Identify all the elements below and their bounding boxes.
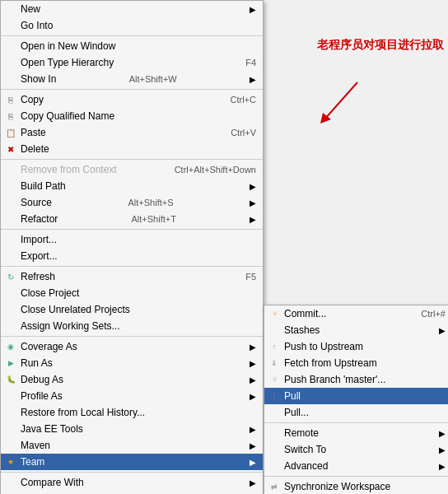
menu-item-remote[interactable]: Remote▶ xyxy=(264,425,448,441)
source-shortcut: Alt+Shift+S xyxy=(111,198,173,207)
show-in-label: Show In xyxy=(21,73,56,85)
team-icon: ★ xyxy=(4,455,17,468)
annotation-arrow xyxy=(308,78,374,128)
coverage-label: Coverage As xyxy=(21,341,77,352)
build-path-label: Build Path xyxy=(21,180,66,192)
debug-as-arrow: ▶ xyxy=(233,375,256,384)
paste-label: Paste xyxy=(21,127,46,138)
open-new-window-label: Open in New Window xyxy=(21,40,115,52)
separator-19 xyxy=(1,266,263,267)
stashes-arrow: ▶ xyxy=(422,326,446,335)
push-upstream-icon: ↑ xyxy=(268,340,281,353)
submenu: ⑂Commit...Ctrl+#Stashes▶↑Push to Upstrea… xyxy=(264,305,448,494)
menu-item-delete[interactable]: ✖Delete xyxy=(1,141,263,157)
menu-item-source[interactable]: SourceAlt+Shift+S▶ xyxy=(1,194,263,211)
java-ee-tools-label: Java EE Tools xyxy=(21,423,83,435)
fetch-upstream-icon: ⇓ xyxy=(268,357,281,370)
copy-qualified-icon: ⎘ xyxy=(4,110,17,123)
new-arrow: ▶ xyxy=(233,5,256,14)
menu-item-maven[interactable]: Maven▶ xyxy=(1,437,263,454)
pull-dots-label: Pull... xyxy=(284,407,309,418)
pull-icon: ↓ xyxy=(268,389,281,403)
remote-label: Remote xyxy=(284,427,319,439)
pull-label: Pull xyxy=(284,390,301,402)
menu-item-show-in[interactable]: Show InAlt+Shift+W▶ xyxy=(1,71,263,87)
menu-item-export[interactable]: Export... xyxy=(1,248,263,264)
commit-label: Commit... xyxy=(284,308,326,319)
menu-item-open-type-hierarchy[interactable]: Open Type HierarchyF4 xyxy=(1,54,263,71)
menu-item-replace-with[interactable]: Replace With▶ xyxy=(1,491,263,494)
menu-item-go-into[interactable]: Go Into xyxy=(1,17,263,34)
push-branch-icon: ⑂ xyxy=(268,373,281,386)
copy-icon: ⎘ xyxy=(4,93,17,106)
go-into-label: Go Into xyxy=(21,20,53,31)
context-menu: New▶Go IntoOpen in New WindowOpen Type H… xyxy=(0,0,264,494)
coverage-icon: ◉ xyxy=(4,340,17,353)
copy-qualified-label: Copy Qualified Name xyxy=(21,110,114,122)
menu-item-java-ee-tools[interactable]: Java EE Tools▶ xyxy=(1,421,263,437)
menu-item-stashes[interactable]: Stashes▶ xyxy=(264,322,448,338)
menu-item-refresh[interactable]: ↻RefreshF5 xyxy=(1,268,263,285)
debug-as-icon: 🐛 xyxy=(4,373,17,386)
menu-item-copy[interactable]: ⎘CopyCtrl+C xyxy=(1,91,263,108)
debug-as-label: Debug As xyxy=(21,374,63,385)
profile-as-arrow: ▶ xyxy=(233,392,256,401)
menu-item-switch-to[interactable]: Switch To▶ xyxy=(264,441,448,458)
close-project-label: Close Project xyxy=(21,287,79,299)
menu-item-refactor[interactable]: RefactorAlt+Shift+T▶ xyxy=(1,211,263,227)
menu-item-close-unrelated[interactable]: Close Unrelated Projects xyxy=(1,301,263,318)
advanced-label: Advanced xyxy=(284,460,328,472)
run-as-label: Run As xyxy=(21,357,53,369)
import-label: Import... xyxy=(21,234,57,245)
separator-24 xyxy=(1,336,263,337)
source-label: Source xyxy=(21,197,52,208)
build-path-arrow: ▶ xyxy=(233,182,256,191)
profile-as-label: Profile As xyxy=(21,390,63,402)
assign-working-label: Assign Working Sets... xyxy=(21,320,120,332)
menu-item-remove-context: Remove from ContextCtrl+Alt+Shift+Down xyxy=(1,161,263,178)
menu-item-sync-workspace[interactable]: ⇄Synchronize Workspace xyxy=(264,478,448,494)
menu-item-pull[interactable]: ↓Pull xyxy=(264,388,448,404)
separator-7 xyxy=(264,422,448,423)
menu-item-assign-working[interactable]: Assign Working Sets... xyxy=(1,318,263,334)
run-as-icon: ▶ xyxy=(4,357,17,370)
stashes-label: Stashes xyxy=(284,324,320,336)
refactor-shortcut: Alt+Shift+T xyxy=(114,214,175,224)
menu-item-team[interactable]: ★Team▶ xyxy=(1,454,263,470)
menu-item-paste[interactable]: 📋PasteCtrl+V xyxy=(1,124,263,141)
open-type-hierarchy-shortcut: F4 xyxy=(229,58,256,68)
menu-item-open-new-window[interactable]: Open in New Window xyxy=(1,38,263,54)
fetch-upstream-label: Fetch from Upstream xyxy=(284,357,377,369)
menu-item-fetch-upstream[interactable]: ⇓Fetch from Upstream xyxy=(264,355,448,371)
menu-item-new[interactable]: New▶ xyxy=(1,1,263,17)
remote-arrow: ▶ xyxy=(422,429,446,438)
menu-item-compare-with[interactable]: Compare With▶ xyxy=(1,474,263,491)
remove-context-label: Remove from Context xyxy=(21,164,117,175)
menu-item-push-branch[interactable]: ⑂Push Branch 'master'... xyxy=(264,371,448,388)
push-branch-label: Push Branch 'master'... xyxy=(284,374,385,385)
refresh-icon: ↻ xyxy=(4,270,17,283)
menu-item-coverage[interactable]: ◉Coverage As▶ xyxy=(1,338,263,355)
menu-item-advanced[interactable]: Advanced▶ xyxy=(264,458,448,474)
menu-item-restore-local[interactable]: Restore from Local History... xyxy=(1,404,263,421)
compare-with-arrow: ▶ xyxy=(233,478,256,487)
menu-item-push-upstream[interactable]: ↑Push to Upstream xyxy=(264,338,448,355)
new-label: New xyxy=(21,3,40,15)
menu-item-commit[interactable]: ⑂Commit...Ctrl+# xyxy=(264,305,448,322)
menu-item-debug-as[interactable]: 🐛Debug As▶ xyxy=(1,371,263,388)
switch-to-label: Switch To xyxy=(284,444,326,455)
menu-item-run-as[interactable]: ▶Run As▶ xyxy=(1,355,263,371)
separator-11 xyxy=(1,159,263,160)
menu-item-close-project[interactable]: Close Project xyxy=(1,285,263,301)
commit-icon: ⑂ xyxy=(268,307,281,320)
menu-item-profile-as[interactable]: Profile As▶ xyxy=(1,388,263,404)
menu-item-build-path[interactable]: Build Path▶ xyxy=(1,178,263,194)
team-arrow: ▶ xyxy=(233,458,256,467)
copy-shortcut: Ctrl+C xyxy=(214,95,256,105)
menu-item-pull-dots[interactable]: Pull... xyxy=(264,404,448,421)
annotation-text: 老程序员对项目进行拉取 xyxy=(317,37,444,52)
menu-item-copy-qualified[interactable]: ⎘Copy Qualified Name xyxy=(1,108,263,124)
separator-2 xyxy=(1,35,263,36)
paste-icon: 📋 xyxy=(4,126,17,139)
menu-item-import[interactable]: Import... xyxy=(1,231,263,248)
